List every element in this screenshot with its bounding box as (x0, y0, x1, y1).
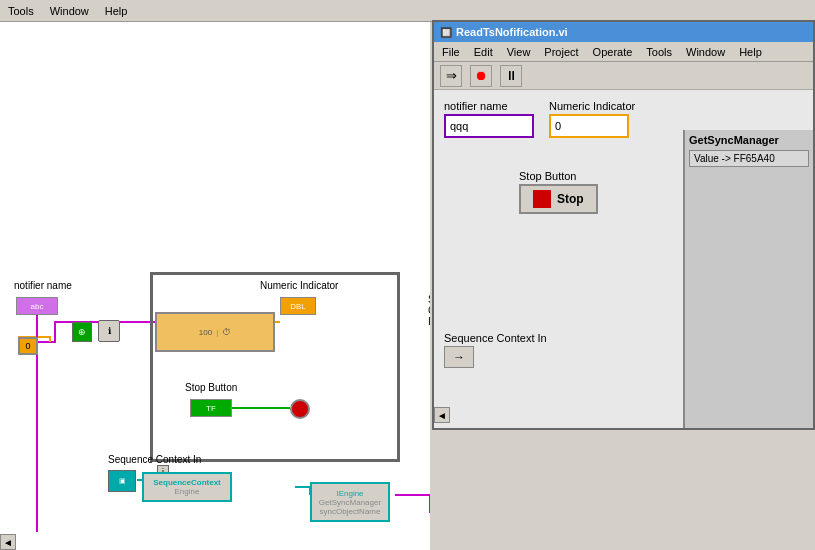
vi-toolbar: ⇒ ⏺ ⏸ (434, 62, 813, 90)
numeric-indicator-fp-label: Numeric Indicator (549, 100, 635, 112)
numeric-zero-node: 0 (18, 337, 38, 355)
numeric-indicator-bd-label: Numeric Indicator (260, 280, 338, 291)
menu-bar: Tools Window Help (0, 0, 815, 22)
vi-content: GetSyncManager Value -> FF65A40 notifier… (434, 90, 813, 428)
main-window: Tools Window Help notifier name ab (0, 0, 815, 550)
menu-help[interactable]: Help (101, 4, 132, 18)
vi-menu-project[interactable]: Project (540, 45, 582, 59)
sync-panel-title: GetSyncManager (689, 134, 809, 146)
seq-context-in-arrow: → (444, 346, 474, 368)
vi-menubar: File Edit View Project Operate Tools Win… (434, 42, 813, 62)
sequence-frame: i (150, 272, 400, 462)
stop-button-fp-label: Stop Button (519, 170, 598, 182)
dbl-node: DBL (280, 297, 316, 315)
numeric-indicator-section: Numeric Indicator (549, 100, 635, 138)
stop-toolbar-button[interactable]: ⏺ (470, 65, 492, 87)
notifier-name-section: notifier name (444, 100, 534, 138)
seq-context-in-label: Sequence Context In (428, 294, 430, 327)
vi-titlebar: 🔲 ReadTsNofification.vi (434, 22, 813, 42)
block-diagram: notifier name abc 0 i Numeric Indicator … (0, 22, 430, 550)
vi-menu-view[interactable]: View (503, 45, 535, 59)
sequence-context-node: SequenceContext Engine (142, 472, 232, 502)
seq-context-small-node: ▣ (108, 470, 136, 492)
pause-button[interactable]: ⏸ (500, 65, 522, 87)
vi-menu-operate[interactable]: Operate (589, 45, 637, 59)
record-icon: ⏺ (475, 68, 488, 83)
menu-tools[interactable]: Tools (4, 4, 38, 18)
string-abc-node: abc (16, 297, 58, 315)
stop-button[interactable]: Stop (519, 184, 598, 214)
info-node: ℹ (98, 320, 120, 342)
vi-window: 🔲 ReadTsNofification.vi File Edit View P… (432, 20, 815, 430)
numeric-indicator-input[interactable] (549, 114, 629, 138)
green-node: ⊕ (72, 322, 92, 342)
seq-context-in-bd-label: Sequence Context In (108, 454, 201, 465)
vi-menu-edit[interactable]: Edit (470, 45, 497, 59)
vi-title: ReadTsNofification.vi (456, 26, 568, 38)
stop-red-square (533, 190, 551, 208)
run-icon: ⇒ (446, 68, 457, 83)
tf-node: TF (190, 399, 232, 417)
seq-context-in-fp-label: Sequence Context In (444, 332, 547, 344)
seq-context-in-section: Sequence Context In → (444, 332, 547, 368)
notifier-name-bd-label: notifier name (14, 280, 72, 291)
notifier-name-fp-label: notifier name (444, 100, 534, 112)
run-button[interactable]: ⇒ (440, 65, 462, 87)
sync-panel-value: Value -> FF65A40 (689, 150, 809, 167)
vi-menu-window[interactable]: Window (682, 45, 729, 59)
timed-loop-node: 100 | ⏱ (155, 312, 275, 352)
stop-button-section: Stop Button Stop (519, 170, 598, 214)
vi-menu-help[interactable]: Help (735, 45, 766, 59)
vi-scroll-arrow[interactable]: ◄ (434, 407, 450, 423)
scroll-arrow[interactable]: ◄ (0, 534, 16, 550)
vi-menu-tools[interactable]: Tools (642, 45, 676, 59)
vi-menu-file[interactable]: File (438, 45, 464, 59)
stop-button-bd-label: Stop Button (185, 382, 237, 393)
pause-icon: ⏸ (505, 68, 518, 83)
stop-button-text: Stop (557, 192, 584, 206)
stop-circle-node (290, 399, 310, 419)
menu-window[interactable]: Window (46, 4, 93, 18)
notifier-name-input[interactable] (444, 114, 534, 138)
iengine-node: IEngine GetSyncManager syncObjectName (310, 482, 390, 522)
sync-panel: GetSyncManager Value -> FF65A40 (683, 130, 813, 428)
